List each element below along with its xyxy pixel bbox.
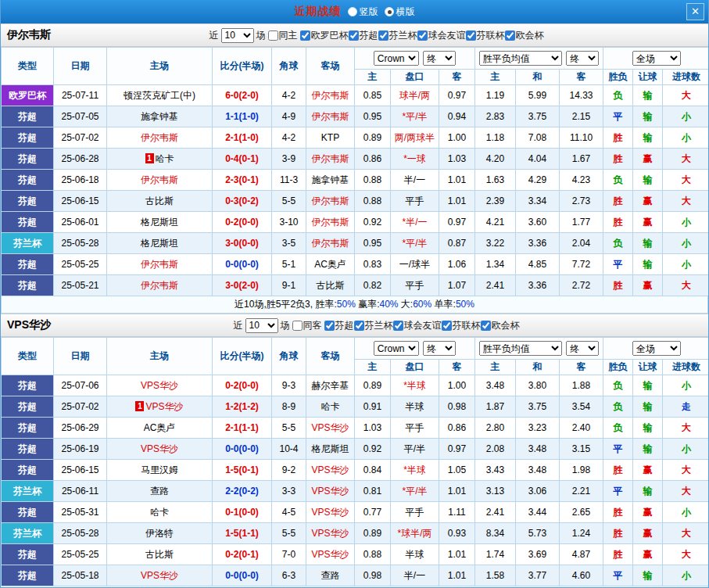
result-wdl: 平 — [603, 254, 633, 275]
league-checkbox[interactable] — [505, 30, 515, 41]
home-team-name: VPS华沙 — [141, 443, 178, 454]
home-team-cell: 伊尔韦斯 — [107, 170, 213, 191]
result-goals: 大 — [663, 418, 709, 439]
result-goals: 大 — [663, 523, 709, 544]
league-filter[interactable]: 芬兰杯 — [378, 29, 417, 42]
league-filter[interactable]: 欧会杯 — [481, 319, 520, 332]
result-goals: 小 — [663, 254, 709, 275]
avg-select[interactable]: 胜平负均值 — [479, 51, 562, 66]
result-goals: 小 — [663, 233, 709, 254]
league-filter[interactable]: 欧会杯 — [505, 29, 544, 42]
league-filters: 欧罗巴杯 芬超 芬兰杯 球会友谊 — [300, 29, 544, 42]
matches-table-1: 类型 日期 主场 比分(半场) 角球 客场 Crown 终 胜平负均值 终 全场 — [1, 47, 709, 296]
league-filter[interactable]: 芬兰杯 — [354, 319, 393, 332]
matches-table-2: 类型 日期 主场 比分(半场) 角球 客场 Crown 终 胜平负均值 终 全场 — [1, 337, 709, 586]
league-checkbox[interactable] — [378, 30, 389, 41]
scope-select[interactable]: 全场 — [632, 51, 681, 66]
col-corner: 角球 — [272, 48, 306, 85]
odds-stage-select[interactable]: 终 — [423, 51, 456, 66]
away-team-name: VPS华沙 — [311, 464, 349, 475]
summary-segment: 近10场,胜5平2负3, — [235, 299, 315, 310]
league-filter[interactable]: 芬联杯 — [466, 29, 505, 42]
games-label: 场 — [281, 319, 290, 332]
league-filter[interactable]: 芬超 — [324, 319, 354, 332]
team-name: 伊尔韦斯 — [7, 28, 51, 42]
match-count-select[interactable]: 10 — [245, 318, 278, 333]
league-checkbox[interactable] — [393, 321, 403, 331]
handicap: 平手 — [391, 275, 439, 296]
layout-vertical-option[interactable]: 竖版 — [348, 5, 378, 19]
avg-select[interactable]: 胜平负均值 — [479, 341, 562, 356]
avg-away: 2.72 — [560, 275, 603, 296]
score-cell: 0-2(0-1) — [213, 544, 272, 565]
bookmaker-select[interactable]: Crown — [374, 51, 419, 66]
league-filter[interactable]: 球会友谊 — [393, 319, 442, 332]
result-handicap: 赢 — [633, 275, 663, 296]
home-team-name: VPS华沙 — [141, 570, 178, 581]
league-checkbox[interactable] — [349, 30, 359, 41]
close-button[interactable]: ✕ — [686, 3, 704, 20]
league-label: 欧罗巴杯 — [311, 29, 349, 42]
match-date: 25-05-25 — [54, 544, 107, 565]
same-venue-filter[interactable]: 同主 — [268, 29, 298, 42]
avg-draw: 5.73 — [516, 523, 560, 544]
league-checkbox[interactable] — [354, 321, 364, 331]
handicap: 平/半 — [391, 439, 439, 460]
dialog-title: 近期战绩 — [295, 5, 342, 19]
avg-draw: 3.48 — [516, 439, 560, 460]
league-checkbox[interactable] — [466, 30, 476, 41]
league-filter[interactable]: 球会友谊 — [417, 29, 466, 42]
league-filter[interactable]: 芬超 — [349, 29, 378, 42]
odds-stage-select[interactable]: 终 — [423, 341, 456, 356]
same-venue-checkbox[interactable] — [268, 30, 278, 41]
horizontal-radio[interactable] — [385, 7, 394, 16]
score-cell: 0-0(0-0) — [213, 439, 272, 460]
avg-stage-select[interactable]: 终 — [566, 51, 599, 66]
league-filter[interactable]: 芬联杯 — [442, 319, 481, 332]
away-team-name: 施拿钟基 — [312, 174, 349, 185]
result-goals: 大 — [663, 85, 709, 106]
col-away: 客场 — [306, 338, 355, 375]
league-checkbox[interactable] — [300, 30, 310, 41]
summary-segment: 大: — [399, 299, 414, 310]
filter-bar: 近 10 场 同主 欧罗巴杯 芬超 — [51, 28, 702, 43]
odds-away: 1.01 — [439, 565, 475, 586]
home-team-cell: 哈卡 — [107, 502, 213, 523]
corners-cell: 10-4 — [272, 439, 306, 460]
match-date: 25-05-25 — [54, 254, 107, 275]
match-row: 芬超 25-06-15 古比斯 0-3(0-2) 5-5 伊尔韦斯 0.88 平… — [2, 191, 709, 212]
subcol-goals-result: 进球数 — [663, 70, 709, 85]
bookmaker-select[interactable]: Crown — [374, 341, 419, 356]
league-type-badge: 芬超 — [2, 106, 54, 127]
handicap: 两/两球半 — [391, 127, 439, 149]
away-team-cell: 伊尔韦斯 — [306, 191, 355, 212]
avg-draw: 3.34 — [516, 191, 560, 212]
result-handicap: 输 — [633, 233, 663, 254]
match-count-select[interactable]: 10 — [221, 28, 254, 43]
vertical-radio[interactable] — [348, 7, 357, 16]
league-checkbox[interactable] — [481, 321, 491, 331]
avg-draw: 3.44 — [516, 502, 560, 523]
avg-stage-select[interactable]: 终 — [566, 341, 599, 356]
summary-bar: 近10场,胜5平2负3, 胜率:50% 赢率:40% 大:60% 单率:50% — [1, 296, 708, 314]
result-wdl: 负 — [603, 170, 633, 191]
handicap: 半/一 — [391, 565, 439, 586]
home-team-cell: 伊洛特 — [107, 523, 213, 544]
league-checkbox[interactable] — [324, 321, 335, 331]
away-team-cell: 伊尔韦斯 — [306, 212, 355, 233]
away-team-cell: 格尼斯坦 — [306, 439, 355, 460]
odds-away: 0.97 — [439, 212, 475, 233]
col-corner: 角球 — [272, 338, 306, 375]
layout-horizontal-option[interactable]: 横版 — [385, 5, 415, 19]
score-cell: 0-1(0-0) — [213, 502, 272, 523]
odds-away: 0.97 — [439, 85, 475, 106]
scope-select[interactable]: 全场 — [632, 341, 681, 356]
odds-home: 0.91 — [355, 396, 391, 418]
league-checkbox[interactable] — [442, 321, 452, 331]
league-filter[interactable]: 欧罗巴杯 — [300, 29, 349, 42]
league-checkbox[interactable] — [417, 30, 428, 41]
same-venue-filter[interactable]: 同客 — [292, 319, 322, 332]
same-venue-checkbox[interactable] — [292, 321, 303, 331]
home-team-name: VPS华沙 — [141, 380, 178, 391]
corners-cell: 11-3 — [272, 170, 306, 191]
